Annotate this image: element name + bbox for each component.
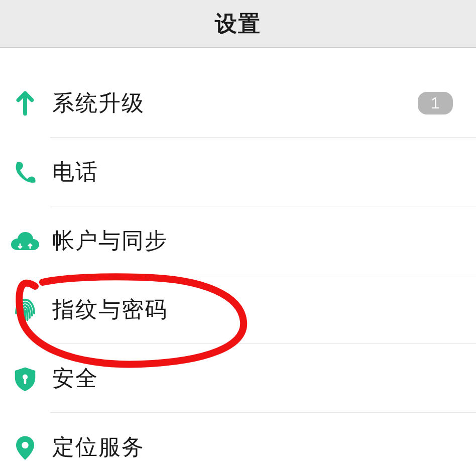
header-bar: 设置: [0, 0, 476, 48]
location-icon: [0, 434, 50, 461]
fingerprint-icon: [0, 296, 50, 323]
notification-badge: 1: [418, 92, 453, 114]
item-label: 系统升级: [52, 88, 418, 118]
svg-rect-1: [24, 379, 27, 384]
cloud-sync-icon: [0, 227, 50, 255]
phone-icon: [0, 159, 50, 186]
item-label: 安全: [52, 364, 476, 393]
page-title: 设置: [215, 9, 261, 39]
settings-item-phone[interactable]: 电话: [0, 138, 476, 206]
item-label: 定位服务: [52, 432, 476, 461]
arrow-up-icon: [0, 90, 50, 117]
settings-item-system-upgrade[interactable]: 系统升级 1: [0, 69, 476, 138]
settings-item-account-sync[interactable]: 帐户与同步: [0, 206, 476, 275]
svg-point-2: [22, 441, 29, 448]
item-label: 帐户与同步: [52, 226, 476, 256]
settings-item-security[interactable]: 安全: [0, 344, 476, 413]
section-spacer: [0, 48, 476, 69]
settings-item-fingerprint-password[interactable]: 指纹与密码: [0, 275, 476, 344]
settings-list: 系统升级 1 电话 帐户与同步 指纹与密码: [0, 69, 476, 461]
shield-icon: [0, 365, 50, 392]
item-label: 电话: [52, 157, 476, 187]
settings-item-location[interactable]: 定位服务: [0, 413, 476, 461]
item-label: 指纹与密码: [52, 295, 476, 324]
